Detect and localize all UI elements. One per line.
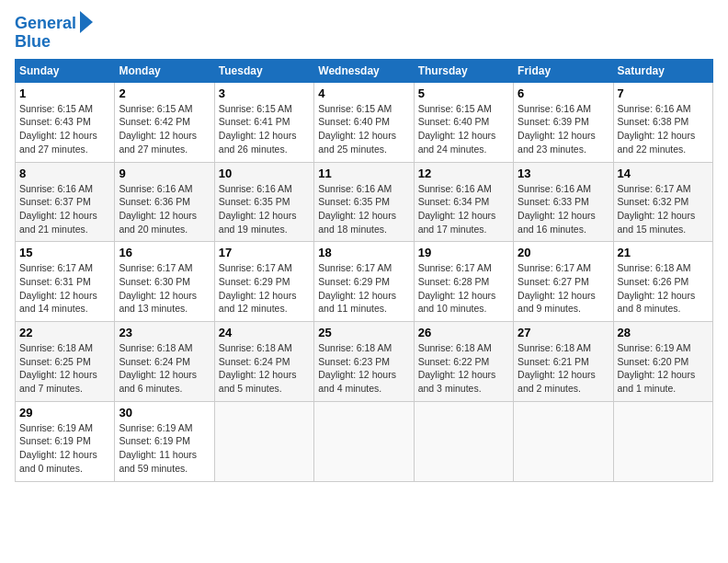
day-info: Sunrise: 6:19 AM Sunset: 6:19 PM Dayligh… <box>19 421 110 476</box>
day-info: Sunrise: 6:17 AM Sunset: 6:30 PM Dayligh… <box>119 261 210 316</box>
daylight-label: Daylight: 12 hours and 14 minutes. <box>19 290 97 315</box>
calendar-cell: 6 Sunrise: 6:16 AM Sunset: 6:39 PM Dayli… <box>514 82 613 162</box>
logo-arrow-icon <box>80 11 93 33</box>
day-number: 18 <box>318 246 409 259</box>
sunset-label: Sunset: 6:21 PM <box>518 356 589 367</box>
calendar-cell: 18 Sunrise: 6:17 AM Sunset: 6:29 PM Dayl… <box>314 242 414 322</box>
day-number: 15 <box>19 246 110 259</box>
daylight-label: Daylight: 12 hours and 16 minutes. <box>518 210 596 235</box>
sunset-label: Sunset: 6:34 PM <box>418 196 490 207</box>
sunset-label: Sunset: 6:30 PM <box>119 276 190 287</box>
sunset-label: Sunset: 6:19 PM <box>19 435 91 446</box>
sunset-label: Sunset: 6:26 PM <box>618 276 689 287</box>
day-of-week-header: Friday <box>514 59 613 82</box>
daylight-label: Daylight: 12 hours and 12 minutes. <box>219 290 297 315</box>
day-number: 21 <box>618 246 709 259</box>
logo: General Blue <box>15 15 93 52</box>
day-number: 29 <box>19 406 110 419</box>
calendar-cell: 23 Sunrise: 6:18 AM Sunset: 6:24 PM Dayl… <box>115 322 214 402</box>
daylight-label: Daylight: 11 hours and 59 minutes. <box>119 449 197 474</box>
calendar-cell: 14 Sunrise: 6:17 AM Sunset: 6:32 PM Dayl… <box>613 162 712 242</box>
calendar-cell: 9 Sunrise: 6:16 AM Sunset: 6:36 PM Dayli… <box>115 162 214 242</box>
daylight-label: Daylight: 12 hours and 0 minutes. <box>19 449 97 474</box>
day-info: Sunrise: 6:15 AM Sunset: 6:40 PM Dayligh… <box>418 102 509 156</box>
sunset-label: Sunset: 6:28 PM <box>418 276 490 287</box>
day-number: 24 <box>219 326 310 339</box>
day-info: Sunrise: 6:18 AM Sunset: 6:24 PM Dayligh… <box>119 341 210 396</box>
day-of-week-header: Monday <box>115 59 214 82</box>
day-number: 30 <box>119 406 210 419</box>
logo-text: General <box>15 15 76 33</box>
sunset-label: Sunset: 6:27 PM <box>518 276 589 287</box>
daylight-label: Daylight: 12 hours and 20 minutes. <box>119 210 197 235</box>
day-number: 14 <box>618 167 709 180</box>
day-number: 11 <box>318 167 409 180</box>
calendar-cell: 28 Sunrise: 6:19 AM Sunset: 6:20 PM Dayl… <box>613 322 712 402</box>
calendar-cell: 21 Sunrise: 6:18 AM Sunset: 6:26 PM Dayl… <box>613 242 712 322</box>
sunrise-label: Sunrise: 6:16 AM <box>518 183 591 194</box>
logo-text2: Blue <box>15 33 51 52</box>
sunset-label: Sunset: 6:36 PM <box>119 196 190 207</box>
sunset-label: Sunset: 6:33 PM <box>518 196 589 207</box>
sunrise-label: Sunrise: 6:18 AM <box>418 342 492 353</box>
calendar-cell: 5 Sunrise: 6:15 AM Sunset: 6:40 PM Dayli… <box>414 82 513 162</box>
day-info: Sunrise: 6:16 AM Sunset: 6:35 PM Dayligh… <box>318 182 409 236</box>
day-number: 3 <box>219 86 310 100</box>
day-info: Sunrise: 6:15 AM Sunset: 6:41 PM Dayligh… <box>219 102 310 156</box>
sunrise-label: Sunrise: 6:18 AM <box>318 342 392 353</box>
sunset-label: Sunset: 6:43 PM <box>19 116 91 127</box>
sunrise-label: Sunrise: 6:16 AM <box>518 103 591 114</box>
calendar-cell: 8 Sunrise: 6:16 AM Sunset: 6:37 PM Dayli… <box>16 162 115 242</box>
sunrise-label: Sunrise: 6:16 AM <box>418 183 492 194</box>
sunset-label: Sunset: 6:31 PM <box>19 276 91 287</box>
sunrise-label: Sunrise: 6:15 AM <box>119 103 192 114</box>
day-of-week-header: Tuesday <box>214 59 313 82</box>
calendar-cell: 7 Sunrise: 6:16 AM Sunset: 6:38 PM Dayli… <box>613 82 712 162</box>
calendar-cell: 3 Sunrise: 6:15 AM Sunset: 6:41 PM Dayli… <box>214 82 313 162</box>
day-info: Sunrise: 6:17 AM Sunset: 6:29 PM Dayligh… <box>318 261 409 316</box>
day-info: Sunrise: 6:16 AM Sunset: 6:35 PM Dayligh… <box>219 182 310 236</box>
sunrise-label: Sunrise: 6:17 AM <box>318 262 392 273</box>
sunset-label: Sunset: 6:29 PM <box>219 276 290 287</box>
daylight-label: Daylight: 12 hours and 9 minutes. <box>518 290 596 315</box>
calendar-cell: 13 Sunrise: 6:16 AM Sunset: 6:33 PM Dayl… <box>514 162 613 242</box>
calendar-cell <box>214 401 313 481</box>
calendar-cell: 29 Sunrise: 6:19 AM Sunset: 6:19 PM Dayl… <box>16 401 115 481</box>
sunset-label: Sunset: 6:39 PM <box>518 116 589 127</box>
sunset-label: Sunset: 6:37 PM <box>19 196 91 207</box>
day-number: 5 <box>418 86 509 100</box>
sunrise-label: Sunrise: 6:15 AM <box>418 103 492 114</box>
sunrise-label: Sunrise: 6:15 AM <box>318 103 392 114</box>
daylight-label: Daylight: 12 hours and 18 minutes. <box>318 210 396 235</box>
day-info: Sunrise: 6:19 AM Sunset: 6:20 PM Dayligh… <box>618 341 709 396</box>
calendar-cell: 12 Sunrise: 6:16 AM Sunset: 6:34 PM Dayl… <box>414 162 513 242</box>
sunrise-label: Sunrise: 6:16 AM <box>119 183 192 194</box>
daylight-label: Daylight: 12 hours and 27 minutes. <box>119 130 197 155</box>
day-info: Sunrise: 6:15 AM Sunset: 6:40 PM Dayligh… <box>318 102 409 156</box>
calendar-cell: 25 Sunrise: 6:18 AM Sunset: 6:23 PM Dayl… <box>314 322 414 402</box>
daylight-label: Daylight: 12 hours and 4 minutes. <box>318 369 396 394</box>
sunset-label: Sunset: 6:24 PM <box>119 356 190 367</box>
daylight-label: Daylight: 12 hours and 26 minutes. <box>219 130 297 155</box>
day-info: Sunrise: 6:16 AM Sunset: 6:36 PM Dayligh… <box>119 182 210 236</box>
day-of-week-header: Saturday <box>613 59 712 82</box>
sunrise-label: Sunrise: 6:17 AM <box>618 183 691 194</box>
sunrise-label: Sunrise: 6:18 AM <box>618 262 691 273</box>
sunrise-label: Sunrise: 6:17 AM <box>219 262 292 273</box>
daylight-label: Daylight: 12 hours and 25 minutes. <box>318 130 396 155</box>
calendar-cell: 16 Sunrise: 6:17 AM Sunset: 6:30 PM Dayl… <box>115 242 214 322</box>
day-number: 1 <box>19 86 110 100</box>
calendar-cell: 27 Sunrise: 6:18 AM Sunset: 6:21 PM Dayl… <box>514 322 613 402</box>
sunrise-label: Sunrise: 6:17 AM <box>518 262 591 273</box>
sunrise-label: Sunrise: 6:19 AM <box>618 342 691 353</box>
day-number: 23 <box>119 326 210 339</box>
sunrise-label: Sunrise: 6:16 AM <box>318 183 392 194</box>
calendar-cell: 17 Sunrise: 6:17 AM Sunset: 6:29 PM Dayl… <box>214 242 313 322</box>
daylight-label: Daylight: 12 hours and 2 minutes. <box>518 369 596 394</box>
day-number: 22 <box>19 326 110 339</box>
daylight-label: Daylight: 12 hours and 23 minutes. <box>518 130 596 155</box>
daylight-label: Daylight: 12 hours and 19 minutes. <box>219 210 297 235</box>
day-info: Sunrise: 6:18 AM Sunset: 6:22 PM Dayligh… <box>418 341 509 396</box>
sunrise-label: Sunrise: 6:15 AM <box>219 103 292 114</box>
day-info: Sunrise: 6:17 AM Sunset: 6:31 PM Dayligh… <box>19 261 110 316</box>
